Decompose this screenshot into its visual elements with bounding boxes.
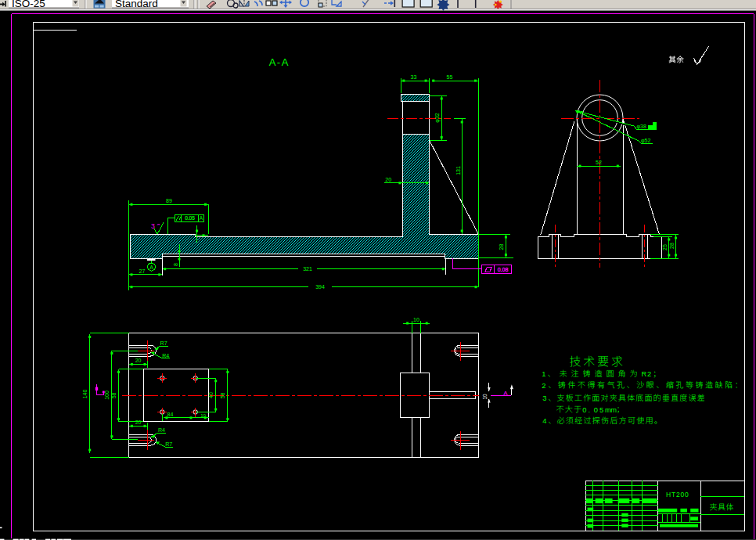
svg-text:131: 131 xyxy=(455,166,461,175)
svg-text:R: R xyxy=(642,370,647,378)
svg-text:A: A xyxy=(200,215,203,221)
svg-text:394: 394 xyxy=(315,284,325,290)
svg-text:100: 100 xyxy=(104,391,110,400)
svg-text:10: 10 xyxy=(413,317,419,322)
svg-text:.: . xyxy=(589,406,591,414)
svg-text:10: 10 xyxy=(482,394,488,400)
svg-text:A: A xyxy=(503,390,508,397)
svg-text:R7: R7 xyxy=(160,340,167,346)
svg-text:20: 20 xyxy=(385,177,391,182)
svg-text:Standard: Standard xyxy=(115,0,158,9)
svg-text:4: 4 xyxy=(542,417,546,425)
svg-text:52: 52 xyxy=(596,160,602,165)
svg-text:58: 58 xyxy=(220,392,225,398)
svg-text:5: 5 xyxy=(599,406,603,414)
svg-text:0.05: 0.05 xyxy=(185,215,195,221)
svg-text:HT200: HT200 xyxy=(666,491,689,499)
svg-text:10: 10 xyxy=(200,413,206,418)
svg-text:3: 3 xyxy=(542,394,546,402)
svg-text:89: 89 xyxy=(166,198,172,203)
svg-text:55: 55 xyxy=(447,74,453,80)
svg-text:0: 0 xyxy=(582,406,586,414)
svg-text:140: 140 xyxy=(82,390,88,399)
svg-text:A: A xyxy=(149,265,153,270)
svg-text:φ38: φ38 xyxy=(637,124,646,130)
svg-text:84: 84 xyxy=(167,412,174,417)
svg-text:R4: R4 xyxy=(162,353,169,358)
svg-text:25: 25 xyxy=(662,244,668,250)
svg-text:ISO-25: ISO-25 xyxy=(12,0,45,9)
svg-text:0.08: 0.08 xyxy=(498,267,509,272)
svg-text:φ52: φ52 xyxy=(641,138,650,144)
svg-text:20: 20 xyxy=(135,419,142,425)
svg-text:28: 28 xyxy=(669,243,675,249)
svg-text:40: 40 xyxy=(208,392,214,398)
svg-text:m: m xyxy=(610,406,617,414)
svg-text:R4: R4 xyxy=(158,427,165,433)
svg-text:2: 2 xyxy=(542,382,545,390)
svg-text:R7: R7 xyxy=(165,441,172,447)
svg-text:A-A: A-A xyxy=(269,56,290,68)
svg-text:1: 1 xyxy=(542,370,545,378)
svg-text:28: 28 xyxy=(499,244,504,250)
svg-text:33: 33 xyxy=(411,74,417,80)
svg-text:20: 20 xyxy=(135,358,142,363)
svg-text:2: 2 xyxy=(647,370,651,378)
svg-text:0: 0 xyxy=(594,406,598,414)
svg-text:8: 8 xyxy=(173,263,178,266)
svg-text:27: 27 xyxy=(139,268,146,274)
svg-text:321: 321 xyxy=(303,266,312,272)
svg-text:58: 58 xyxy=(111,392,117,398)
svg-text:φ32: φ32 xyxy=(434,113,441,122)
